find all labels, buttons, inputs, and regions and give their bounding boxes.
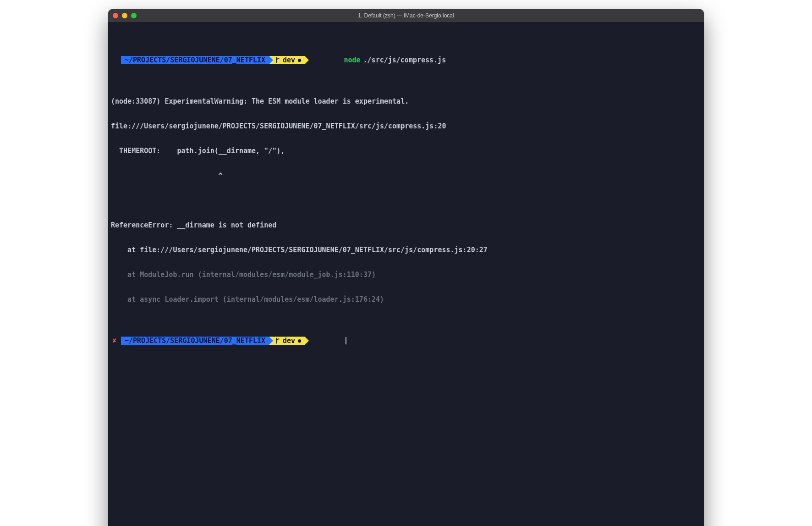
terminal-window: 1. Default (zsh) — iMac-de-Sergio.local …: [108, 9, 704, 526]
git-branch: dev: [283, 56, 295, 64]
minimize-button[interactable]: [122, 13, 127, 18]
segment-arrow-icon: [269, 337, 273, 345]
output-line: [108, 196, 704, 205]
git-branch: dev: [283, 337, 295, 345]
prompt-line-2: ✘ ~/PROJECTS/SERGIOJUNENE/07_NETFLIX dev: [108, 337, 704, 345]
cwd-path: ~/PROJECTS/SERGIOJUNENE/07_NETFLIX: [125, 56, 265, 64]
command-input[interactable]: node ./src/js/compress.js: [305, 56, 446, 64]
prompt-line-1: ~/PROJECTS/SERGIOJUNENE/07_NETFLIX dev n…: [108, 56, 704, 64]
close-button[interactable]: [113, 13, 118, 18]
segment-arrow-icon: [305, 337, 309, 345]
git-branch-icon: [275, 57, 280, 63]
titlebar[interactable]: 1. Default (zsh) — iMac-de-Sergio.local: [108, 9, 704, 22]
traffic-lights: [113, 13, 137, 18]
status-indicator: [108, 56, 121, 64]
git-branch-icon: [275, 338, 280, 343]
segment-arrow-icon: [269, 56, 273, 64]
git-dirty-icon: [298, 59, 301, 62]
output-line: (node:33087) ExperimentalWarning: The ES…: [108, 97, 704, 105]
git-dirty-icon: [298, 339, 301, 343]
command-input[interactable]: [305, 337, 346, 345]
path-segment: ~/PROJECTS/SERGIOJUNENE/07_NETFLIX: [121, 337, 269, 345]
output-line: file:///Users/sergiojunene/PROJECTS/SERG…: [108, 122, 704, 130]
output-line: ^: [108, 172, 704, 180]
cwd-path: ~/PROJECTS/SERGIOJUNENE/07_NETFLIX: [125, 337, 265, 345]
output-line: THEMEROOT: path.join(__dirname, "/"),: [108, 147, 704, 155]
output-line: ReferenceError: __dirname is not defined: [108, 221, 704, 229]
output-line-dim: at ModuleJob.run (internal/modules/esm/m…: [108, 271, 704, 279]
git-segment: dev: [269, 56, 305, 64]
cursor-icon: [346, 337, 346, 344]
path-segment: ~/PROJECTS/SERGIOJUNENE/07_NETFLIX: [121, 56, 269, 64]
terminal-body[interactable]: ~/PROJECTS/SERGIOJUNENE/07_NETFLIX dev n…: [108, 22, 704, 526]
git-segment: dev: [269, 337, 305, 345]
output-line-dim: at async Loader.import (internal/modules…: [108, 295, 704, 304]
command-binary: node: [344, 56, 360, 64]
output-line: at file:///Users/sergiojunene/PROJECTS/S…: [108, 246, 704, 254]
error-status-icon: ✘: [108, 337, 121, 345]
command-argument: ./src/js/compress.js: [363, 56, 446, 64]
maximize-button[interactable]: [131, 13, 137, 18]
segment-arrow-icon: [305, 56, 309, 64]
window-title: 1. Default (zsh) — iMac-de-Sergio.local: [108, 12, 704, 19]
